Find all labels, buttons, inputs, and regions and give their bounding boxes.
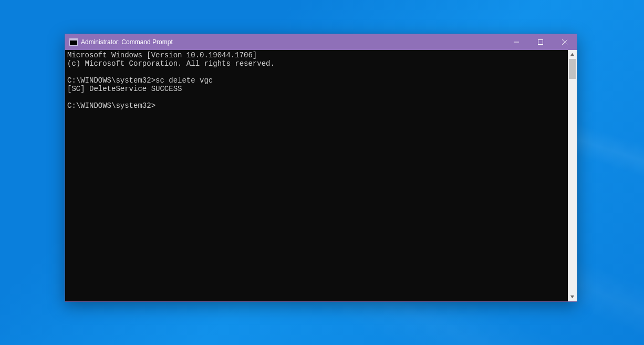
close-icon: [562, 39, 567, 45]
svg-rect-1: [538, 40, 543, 45]
vertical-scrollbar[interactable]: [568, 50, 577, 301]
chevron-up-icon: [570, 52, 575, 57]
window-title: Administrator: Command Prompt: [81, 38, 173, 46]
text-cursor: [155, 103, 160, 110]
console-line: [67, 68, 566, 76]
svg-rect-0: [514, 42, 519, 43]
svg-marker-4: [570, 53, 574, 56]
console-line: [SC] DeleteService SUCCESS: [67, 85, 566, 93]
titlebar[interactable]: Administrator: Command Prompt: [65, 34, 577, 50]
console-line: [67, 93, 566, 102]
svg-marker-5: [570, 296, 574, 298]
console-line: C:\WINDOWS\system32>: [67, 102, 566, 110]
minimize-icon: [514, 39, 519, 45]
scroll-up-button[interactable]: [568, 50, 577, 59]
console-line: C:\WINDOWS\system32>sc delete vgc: [67, 76, 566, 85]
command-prompt-window: Administrator: Command Prompt Microsoft …: [65, 34, 577, 302]
console-line: Microsoft Windows [Version 10.0.19044.17…: [67, 51, 566, 59]
minimize-button[interactable]: [504, 34, 528, 50]
scrollbar-thumb[interactable]: [569, 59, 576, 79]
close-button[interactable]: [553, 34, 577, 50]
maximize-icon: [538, 39, 543, 45]
console-output[interactable]: Microsoft Windows [Version 10.0.19044.17…: [65, 50, 568, 301]
maximize-button[interactable]: [528, 34, 553, 50]
scroll-down-button[interactable]: [568, 292, 577, 301]
scrollbar-track[interactable]: [568, 59, 577, 292]
cmd-icon: [69, 38, 78, 46]
chevron-down-icon: [570, 295, 575, 299]
console-line: (c) Microsoft Corporation. All rights re…: [67, 59, 566, 68]
